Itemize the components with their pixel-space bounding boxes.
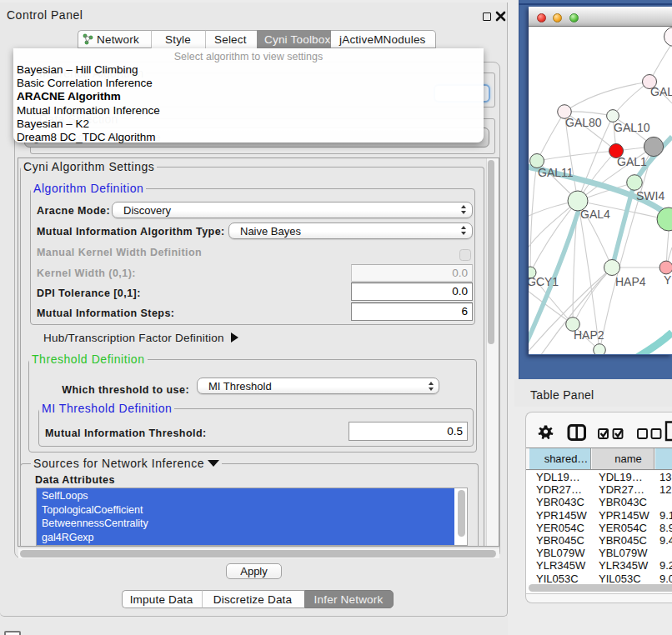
svg-text:GAL80: GAL80: [565, 116, 602, 129]
svg-text:Y: Y: [664, 273, 672, 287]
svg-text:HAP2: HAP2: [574, 328, 604, 342]
svg-text:GAL10: GAL10: [614, 121, 650, 134]
svg-text:SWI4: SWI4: [636, 189, 664, 202]
svg-text:GAL7: GAL7: [650, 85, 672, 98]
svg-text:GAL1: GAL1: [617, 155, 647, 168]
svg-text:GCY1: GCY1: [529, 275, 559, 288]
svg-text:GAL4: GAL4: [580, 208, 610, 221]
svg-text:GAL11: GAL11: [538, 166, 574, 179]
svg-text:HAP4: HAP4: [615, 275, 646, 288]
